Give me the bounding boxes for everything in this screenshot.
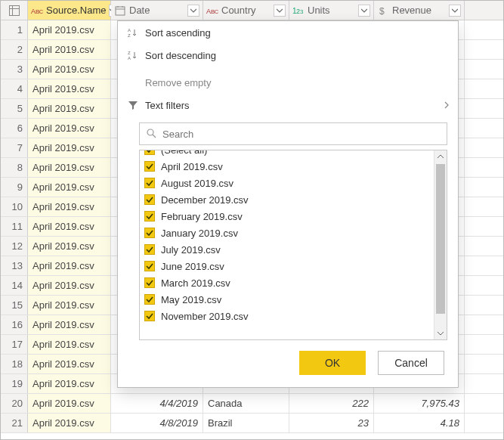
text-filters[interactable]: Text filters [118, 94, 458, 116]
filter-item-label: May 2019.csv [161, 294, 221, 305]
date-type-icon [114, 5, 126, 17]
cell-source[interactable]: April 2019.csv [28, 394, 111, 413]
search-icon [146, 128, 156, 141]
column-header-country[interactable]: ABC Country [203, 1, 289, 20]
column-header-revenue[interactable]: $ Revenue [374, 1, 465, 20]
filter-item[interactable]: July 2019.csv [144, 241, 429, 258]
menu-label: Sort descending [145, 50, 216, 61]
scroll-up-icon[interactable] [434, 150, 447, 163]
cell-revenue[interactable]: 7,975.43 [374, 394, 465, 413]
ok-button[interactable]: OK [299, 351, 366, 375]
checkbox-checked[interactable] [144, 178, 155, 188]
row-number: 19 [1, 374, 28, 393]
checkbox-checked[interactable] [144, 228, 155, 238]
cell-source[interactable]: April 2019.csv [28, 315, 111, 334]
table-row[interactable]: 20April 2019.csv4/4/2019Canada2227,975.4… [1, 394, 503, 414]
remove-empty[interactable]: Remove empty [118, 71, 458, 94]
cell-date[interactable]: 4/8/2019 [111, 414, 203, 432]
cell-date[interactable]: 4/4/2019 [111, 394, 203, 413]
filter-item[interactable]: April 2019.csv [144, 158, 429, 175]
checkbox-checked[interactable] [144, 261, 155, 271]
scroll-down-icon[interactable] [434, 327, 447, 339]
cell-country[interactable]: Brazil [203, 414, 289, 432]
table-row[interactable]: 21April 2019.csv4/8/2019Brazil234.18 [1, 414, 503, 433]
scrollbar[interactable] [434, 150, 447, 339]
cell-units[interactable]: 222 [289, 394, 374, 413]
checkbox-checked[interactable] [144, 150, 155, 155]
sort-ascending[interactable]: AZ Sort ascending [118, 21, 458, 44]
cell-source[interactable]: April 2019.csv [28, 414, 111, 432]
cell-revenue[interactable]: 4.18 [374, 414, 465, 432]
scroll-thumb[interactable] [436, 164, 445, 314]
cell-source[interactable]: April 2019.csv [28, 60, 111, 79]
row-number: 6 [1, 119, 28, 138]
checkbox-checked[interactable] [144, 194, 155, 205]
checkbox-checked[interactable] [144, 244, 155, 255]
checkbox-checked[interactable] [144, 294, 155, 305]
sort-asc-icon: AZ [125, 27, 141, 38]
filter-item[interactable]: December 2019.csv [144, 191, 429, 208]
svg-rect-6 [116, 7, 125, 15]
search-box[interactable] [139, 122, 447, 145]
cell-source[interactable]: April 2019.csv [28, 197, 111, 216]
svg-rect-0 [9, 5, 19, 15]
cell-source[interactable]: April 2019.csv [28, 256, 111, 275]
filter-item[interactable]: August 2019.csv [144, 175, 429, 191]
filter-values-list: (Select all)April 2019.csvAugust 2019.cs… [139, 150, 447, 340]
filter-item-label: July 2019.csv [161, 244, 221, 256]
filter-item[interactable]: November 2019.csv [144, 308, 429, 324]
svg-point-21 [147, 129, 153, 135]
row-number: 4 [1, 79, 28, 98]
column-label: Date [129, 5, 184, 16]
cell-source[interactable]: April 2019.csv [28, 20, 111, 39]
svg-text:Z: Z [128, 51, 131, 55]
filter-dropdown-button[interactable] [187, 5, 199, 17]
column-label: Revenue [392, 5, 446, 16]
filter-item[interactable]: March 2019.csv [144, 274, 429, 291]
filter-item-label: January 2019.csv [161, 228, 238, 239]
row-number: 1 [1, 20, 28, 39]
checkbox-checked[interactable] [144, 311, 155, 321]
cell-source[interactable]: April 2019.csv [28, 178, 111, 197]
cell-source[interactable]: April 2019.csv [28, 335, 111, 354]
cell-source[interactable]: April 2019.csv [28, 99, 111, 118]
chevron-right-icon [443, 100, 450, 111]
cell-source[interactable]: April 2019.csv [28, 217, 111, 236]
menu-label: Remove empty [145, 77, 211, 88]
row-number: 21 [1, 414, 28, 432]
cell-source[interactable]: April 2019.csv [28, 119, 111, 138]
checkbox-checked[interactable] [144, 211, 155, 222]
table-icon [9, 5, 20, 16]
column-header-units[interactable]: 123 Units [289, 1, 374, 20]
cell-source[interactable]: April 2019.csv [28, 158, 111, 177]
checkbox-checked[interactable] [144, 161, 155, 172]
cell-source[interactable]: April 2019.csv [28, 40, 111, 59]
table-corner[interactable] [1, 1, 28, 20]
checkbox-checked[interactable] [144, 277, 155, 288]
menu-label: Sort ascending [145, 27, 211, 39]
column-header-date[interactable]: Date [111, 1, 203, 20]
filter-item[interactable]: (Select all) [144, 150, 429, 158]
cell-units[interactable]: 23 [289, 414, 374, 432]
filter-dropdown-button[interactable] [358, 5, 370, 17]
cell-country[interactable]: Canada [203, 394, 289, 413]
filter-item[interactable]: February 2019.csv [144, 208, 429, 225]
search-input[interactable] [161, 128, 441, 141]
row-number: 5 [1, 99, 28, 118]
cell-source[interactable]: April 2019.csv [28, 374, 111, 393]
sort-descending[interactable]: ZA Sort descending [118, 44, 458, 67]
filter-item[interactable]: January 2019.csv [144, 225, 429, 241]
filter-dropdown-button[interactable] [274, 5, 286, 17]
cell-source[interactable]: April 2019.csv [28, 296, 111, 315]
cell-source[interactable]: April 2019.csv [28, 276, 111, 295]
cell-source[interactable]: April 2019.csv [28, 79, 111, 98]
cell-source[interactable]: April 2019.csv [28, 138, 111, 157]
cell-source[interactable]: April 2019.csv [28, 355, 111, 373]
cancel-button[interactable]: Cancel [378, 351, 444, 375]
column-label: Units [308, 5, 355, 16]
filter-item[interactable]: June 2019.csv [144, 258, 429, 274]
column-header-source[interactable]: ABC Source.Name [28, 1, 111, 20]
cell-source[interactable]: April 2019.csv [28, 237, 111, 256]
filter-item[interactable]: May 2019.csv [144, 291, 429, 308]
filter-dropdown-button[interactable] [449, 5, 461, 17]
